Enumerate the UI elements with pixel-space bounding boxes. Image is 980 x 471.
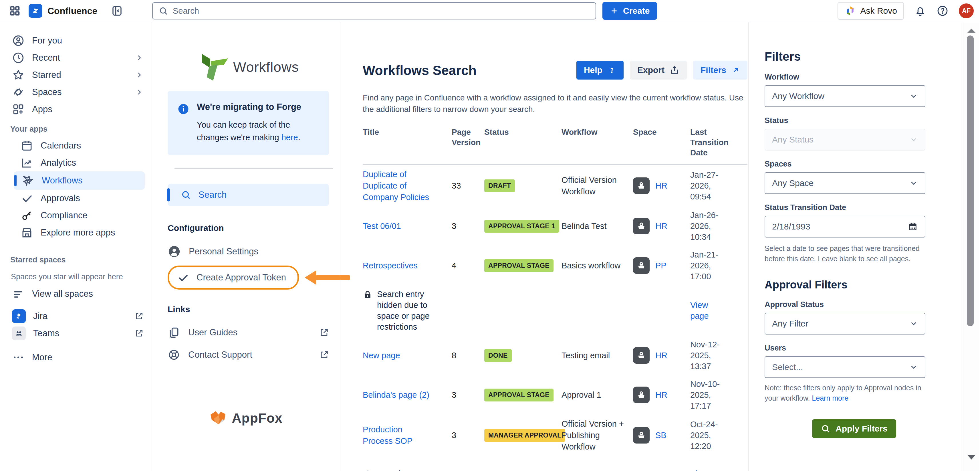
export-button[interactable]: Export [630, 60, 687, 80]
ask-rovo-button[interactable]: Ask Rovo [838, 2, 904, 20]
workflows-search-nav-item[interactable]: Search [168, 184, 329, 206]
space-avatar-icon [633, 347, 650, 364]
sidebar-item-apps[interactable]: Apps [0, 101, 152, 118]
sidebar-item-label: Explore more apps [41, 228, 115, 238]
space-link[interactable]: HR [655, 221, 667, 231]
scroll-up-icon[interactable] [967, 29, 975, 33]
calendar-icon[interactable] [908, 221, 918, 232]
last-transition-date: Oct-24-2025, 12:20 [690, 419, 730, 452]
user-avatar[interactable]: AF [959, 3, 974, 18]
global-search-input[interactable] [173, 6, 590, 16]
apply-filters-button[interactable]: Apply Filters [812, 419, 896, 438]
page-link[interactable]: New page [363, 351, 400, 360]
space-link[interactable]: HR [655, 181, 667, 191]
forge-migration-banner: We're migrating to Forge You can keep tr… [168, 91, 329, 155]
main-header: Workflows Search Help Export Filters [363, 62, 748, 80]
space-link[interactable]: PP [655, 261, 667, 271]
workflow-name: Official Version Workflow [562, 174, 633, 197]
status-transition-date-input[interactable] [772, 222, 908, 231]
table-row: Retrospectives 4 APPROVAL STAGE Basics w… [363, 246, 748, 285]
workflows-logo-text: Workflows [233, 59, 299, 75]
users-select[interactable]: Select... [765, 356, 925, 378]
create-button[interactable]: Create [602, 2, 657, 20]
starred-spaces-label: Starred spaces [0, 249, 152, 268]
table-row: Production Process SOP 3 MANAGER APPROVA… [363, 415, 748, 456]
page-link[interactable]: Retrospectives [363, 261, 418, 270]
workflow-name: Basics workflow [562, 260, 633, 271]
banner-here-link[interactable]: here [282, 133, 298, 142]
sidebar-item-approvals[interactable]: Approvals [0, 190, 152, 207]
sidebar-item-teams[interactable]: Teams [0, 325, 152, 342]
sidebar-item-calendars[interactable]: Calendars [0, 137, 152, 154]
view-page-link[interactable]: View page [690, 301, 709, 320]
scrollbar-thumb[interactable] [967, 35, 974, 326]
page-link[interactable]: Duplicate of Duplicate of Company Polici… [363, 170, 429, 202]
workflows-logo: Workflows [168, 51, 329, 83]
notifications-icon[interactable] [914, 5, 926, 17]
personal-settings-item[interactable]: Personal Settings [168, 245, 329, 258]
filters-button[interactable]: Filters [693, 60, 748, 80]
page-title: Workflows Search [363, 62, 477, 78]
scroll-down-icon[interactable] [967, 455, 975, 460]
personal-settings-label: Personal Settings [189, 247, 258, 257]
approval-status-label: Approval Status [765, 300, 963, 309]
hidden-entry-message: Search entry hidden due to space or page… [377, 289, 440, 332]
sidebar-item-starred[interactable]: Starred [0, 66, 152, 84]
results-table: Title Page Version Status Workflow Space… [363, 127, 748, 471]
app-switcher-icon[interactable] [9, 5, 21, 17]
confluence-logo-icon[interactable] [29, 4, 42, 18]
user-guides-item[interactable]: User Guides [168, 326, 329, 339]
view-page-link[interactable]: View [690, 469, 708, 471]
create-button-label: Create [623, 6, 650, 16]
annotation-arrow-icon [305, 271, 350, 285]
sidebar-item-explore-more-apps[interactable]: Explore more apps [0, 224, 152, 241]
clock-icon [12, 51, 25, 64]
lock-icon [363, 290, 372, 299]
chevron-right-icon[interactable] [135, 88, 143, 96]
filters-button-label: Filters [700, 65, 726, 75]
page-scrollbar[interactable] [963, 22, 979, 471]
status-transition-date-field[interactable] [765, 216, 925, 237]
check-icon [177, 272, 189, 283]
global-search-box[interactable] [152, 2, 596, 19]
status-select: Any Status [765, 129, 925, 151]
space-link[interactable]: SB [655, 431, 667, 440]
sidebar-item-more[interactable]: More [0, 349, 152, 366]
help-button[interactable]: Help [576, 60, 624, 80]
page-version-value: 8 [452, 351, 484, 360]
space-link[interactable]: HR [655, 351, 667, 360]
learn-more-link[interactable]: Learn more [812, 394, 848, 402]
sidebar-item-for-you[interactable]: For you [0, 32, 152, 49]
table-row: New page 8 DONE Testing email HR Nov-12-… [363, 336, 748, 375]
sidebar-item-recent[interactable]: Recent [0, 49, 152, 66]
sidebar-item-analytics[interactable]: Analytics [0, 154, 152, 172]
approval-status-select[interactable]: Any Filter [765, 313, 925, 334]
page-link[interactable]: Test 06/01 [363, 221, 401, 231]
search-icon [821, 424, 830, 433]
users-filter-label: Users [765, 344, 963, 353]
page-link[interactable]: Production Process SOP [363, 425, 412, 446]
create-approval-token-item[interactable]: Create Approval Token [168, 266, 299, 290]
workflow-name: Belinda Test [562, 220, 633, 232]
page-link[interactable]: Belinda's page (2) [363, 390, 430, 399]
workflow-select[interactable]: Any Workflow [765, 85, 925, 107]
sidebar-item-workflows[interactable]: Workflows [14, 172, 145, 190]
status-badge: APPROVAL STAGE [484, 388, 554, 401]
chevron-right-icon[interactable] [135, 54, 143, 62]
sidebar-item-jira[interactable]: Jira [0, 308, 152, 325]
sidebar-item-label: Approvals [41, 193, 80, 204]
contact-support-item[interactable]: Contact Support [168, 348, 329, 361]
user-guides-label: User Guides [188, 327, 237, 338]
banner-body-period: . [298, 133, 300, 142]
appfox-brand-text: AppFox [232, 411, 282, 426]
sidebar-item-view-all-spaces[interactable]: View all spaces [0, 285, 152, 302]
spaces-select[interactable]: Any Space [765, 172, 925, 194]
sidebar-item-spaces[interactable]: Spaces [0, 84, 152, 101]
collapse-sidebar-icon[interactable] [111, 5, 123, 17]
sidebar-item-compliance[interactable]: Compliance [0, 207, 152, 224]
col-header-status: Status [484, 127, 562, 137]
search-icon [159, 6, 168, 16]
chevron-right-icon[interactable] [135, 71, 143, 79]
space-link[interactable]: HR [655, 390, 667, 400]
help-icon[interactable] [937, 5, 948, 17]
